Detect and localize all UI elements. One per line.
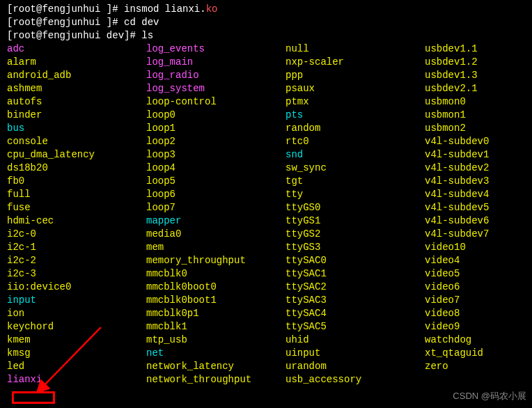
file-entry: usbmon1 xyxy=(425,109,532,122)
file-entry: ttyGS2 xyxy=(285,228,425,241)
file-entry: mapper xyxy=(146,214,285,228)
file-entry: loop7 xyxy=(146,201,285,214)
file-entry: led xyxy=(7,360,146,373)
file-entry xyxy=(425,373,532,386)
file-entry: ttyGS0 xyxy=(285,201,425,214)
file-entry: usbmon0 xyxy=(425,95,532,109)
file-entry: loop4 xyxy=(146,162,285,175)
file-entry: ttySAC0 xyxy=(285,254,425,267)
file-entry: v4l-subdev1 xyxy=(425,148,532,162)
file-entry: xt_qtaguid xyxy=(425,347,532,360)
ls-listing: adclog_eventsnullusbdev1.1alarmlog_mainn… xyxy=(7,42,525,386)
file-entry: video10 xyxy=(425,241,532,254)
file-entry: tty xyxy=(285,188,425,201)
file-entry: usbmon2 xyxy=(425,122,532,135)
file-entry: network_throughput xyxy=(146,373,285,386)
prompt-line: [root@fengjunhui ]# cd dev xyxy=(7,16,525,29)
file-entry: nxp-scaler xyxy=(285,56,425,69)
file-entry: zero xyxy=(425,360,532,373)
file-entry: ppp xyxy=(285,69,425,82)
file-entry: autofs xyxy=(7,95,146,109)
file-entry: usbdev1.2 xyxy=(425,56,532,69)
file-entry: uhid xyxy=(285,334,425,347)
file-entry: video5 xyxy=(425,267,532,281)
file-entry: adc xyxy=(7,42,146,56)
file-entry: ds18b20 xyxy=(7,162,146,175)
file-entry: input xyxy=(7,294,146,307)
terminal-output[interactable]: [root@fengjunhui ]# insmod lianxi.ko[roo… xyxy=(7,3,525,386)
file-entry: cpu_dma_latency xyxy=(7,148,146,162)
file-entry: mmcblk1 xyxy=(146,320,285,334)
file-entry: log_radio xyxy=(146,69,285,82)
file-entry: hdmi-cec xyxy=(7,214,146,228)
file-entry: mmcblk0boot0 xyxy=(146,281,285,294)
file-entry: kmem xyxy=(7,334,146,347)
file-entry: rtc0 xyxy=(285,135,425,148)
file-entry: ttySAC3 xyxy=(285,294,425,307)
file-entry: uinput xyxy=(285,347,425,360)
file-entry: ttyGS3 xyxy=(285,241,425,254)
file-entry: mmcblk0p1 xyxy=(146,307,285,320)
file-entry: log_events xyxy=(146,42,285,56)
file-entry: video8 xyxy=(425,307,532,320)
file-entry: ashmem xyxy=(7,82,146,95)
file-entry: v4l-subdev0 xyxy=(425,135,532,148)
file-entry: loop1 xyxy=(146,122,285,135)
file-entry: watchdog xyxy=(425,334,532,347)
file-entry: v4l-subdev3 xyxy=(425,175,532,188)
file-entry: mem xyxy=(146,241,285,254)
file-entry: iio:device0 xyxy=(7,281,146,294)
file-entry: keychord xyxy=(7,320,146,334)
file-entry: v4l-subdev5 xyxy=(425,201,532,214)
file-entry: psaux xyxy=(285,82,425,95)
file-entry: snd xyxy=(285,148,425,162)
file-entry: fb0 xyxy=(7,175,146,188)
file-entry: ttySAC5 xyxy=(285,320,425,334)
file-entry: i2c-3 xyxy=(7,267,146,281)
file-entry: memory_throughput xyxy=(146,254,285,267)
file-entry: i2c-2 xyxy=(7,254,146,267)
file-entry: video9 xyxy=(425,320,532,334)
file-entry: pts xyxy=(285,109,425,122)
file-entry: tgt xyxy=(285,175,425,188)
prompt-line: [root@fengjunhui dev]# ls xyxy=(7,29,525,42)
watermark: CSDN @码农小展 xyxy=(453,390,526,402)
file-entry: v4l-subdev7 xyxy=(425,228,532,241)
file-entry: bus xyxy=(7,122,146,135)
file-entry: v4l-subdev2 xyxy=(425,162,532,175)
file-entry: ttySAC2 xyxy=(285,281,425,294)
file-entry: android_adb xyxy=(7,69,146,82)
file-entry: video7 xyxy=(425,294,532,307)
file-entry: sw_sync xyxy=(285,162,425,175)
file-entry: loop-control xyxy=(146,95,285,109)
file-entry: ptmx xyxy=(285,95,425,109)
file-entry: log_system xyxy=(146,82,285,95)
file-entry: kmsg xyxy=(7,347,146,360)
file-entry: v4l-subdev6 xyxy=(425,214,532,228)
file-entry: v4l-subdev4 xyxy=(425,188,532,201)
file-entry: usbdev1.3 xyxy=(425,69,532,82)
file-entry: usbdev2.1 xyxy=(425,82,532,95)
file-entry: mmcblk0 xyxy=(146,267,285,281)
file-entry: alarm xyxy=(7,56,146,69)
file-entry: loop5 xyxy=(146,175,285,188)
prompt-line: [root@fengjunhui ]# insmod lianxi.ko xyxy=(7,3,525,16)
file-entry: loop6 xyxy=(146,188,285,201)
file-entry: i2c-0 xyxy=(7,228,146,241)
file-entry: loop2 xyxy=(146,135,285,148)
file-entry: ttySAC1 xyxy=(285,267,425,281)
file-entry: console xyxy=(7,135,146,148)
file-entry: ttySAC4 xyxy=(285,307,425,320)
file-entry: network_latency xyxy=(146,360,285,373)
file-entry: random xyxy=(285,122,425,135)
file-entry: video6 xyxy=(425,281,532,294)
file-entry: net xyxy=(146,347,285,360)
file-entry: loop3 xyxy=(146,148,285,162)
file-entry: loop0 xyxy=(146,109,285,122)
file-entry: log_main xyxy=(146,56,285,69)
file-entry: lianxi xyxy=(7,373,146,386)
file-entry: ttyGS1 xyxy=(285,214,425,228)
file-entry: usb_accessory xyxy=(285,373,425,386)
file-entry: mmcblk0boot1 xyxy=(146,294,285,307)
file-entry: media0 xyxy=(146,228,285,241)
